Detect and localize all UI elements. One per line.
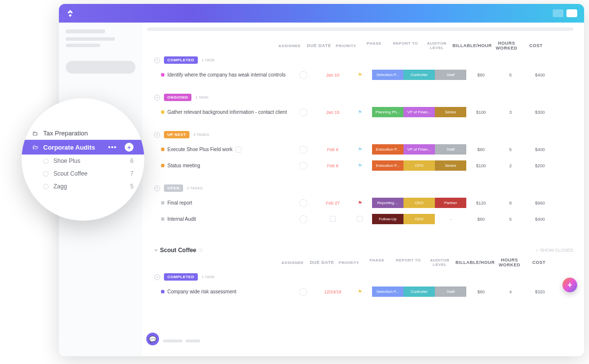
due-date-cell[interactable]: 12/24/19 (318, 289, 348, 294)
hours-cell[interactable]: 3 (496, 110, 525, 115)
tag-phase[interactable]: Execution P... (372, 160, 403, 171)
help-chat-button[interactable]: 💬 (146, 333, 159, 345)
hours-cell[interactable]: 8 (496, 201, 525, 206)
tag-report-to[interactable]: CEO (403, 198, 435, 208)
due-date-cell[interactable]: Jan 10 (318, 73, 348, 78)
hours-cell[interactable]: 5 (496, 147, 525, 152)
hours-cell[interactable]: 4 (496, 289, 525, 294)
list-section-header[interactable]: Scout Coffee ⓘ ✓ SHOW CLOSED (154, 247, 573, 254)
task-row[interactable]: Internal Audit Follow-Up CEO - $80 5 $40… (147, 211, 573, 227)
cost-cell[interactable]: $960 (525, 201, 555, 206)
col-hours[interactable]: HOURS WORKED (492, 41, 521, 51)
collapse-toggle-icon[interactable]: ▾ (154, 185, 160, 191)
tag-auditor-level[interactable]: Staff (435, 70, 466, 80)
col-assignee[interactable]: ASSIGNEE (275, 44, 304, 48)
tag-report-to[interactable]: CEO (403, 214, 435, 224)
priority-flag-icon[interactable]: ⚑ (358, 72, 362, 78)
cost-cell[interactable]: $400 (525, 147, 555, 152)
tag-auditor-level[interactable]: Partner (435, 198, 466, 208)
collapse-toggle-icon[interactable]: ▾ (154, 57, 160, 63)
cost-cell[interactable]: $400 (525, 217, 555, 222)
collapse-toggle-icon[interactable]: ▾ (154, 95, 160, 101)
cost-cell[interactable]: $300 (525, 110, 555, 115)
task-row[interactable]: Status meeting Feb 6 ⚑ Execution P... CF… (147, 157, 573, 174)
list-zagg[interactable]: Zagg 5 (22, 180, 144, 193)
hours-cell[interactable]: 5 (496, 217, 525, 222)
collapse-toggle-icon[interactable]: ▾ (154, 274, 160, 280)
tag-phase[interactable]: Reporting ... (372, 198, 403, 208)
col-phase[interactable]: PHASE (358, 41, 390, 50)
show-closed-toggle[interactable]: ✓ SHOW CLOSED (535, 248, 573, 253)
assignee-placeholder[interactable] (299, 215, 307, 223)
priority-cell[interactable]: ⚑ (348, 72, 372, 78)
tag-auditor-level[interactable]: Senior (435, 160, 466, 171)
cost-cell[interactable]: $400 (525, 73, 555, 78)
task-row[interactable]: Company wide risk assessment 12/24/19 ⚑ … (147, 284, 573, 300)
cost-cell[interactable]: $200 (525, 163, 555, 168)
priority-cell[interactable]: ⚑ (348, 163, 372, 168)
due-date-cell[interactable]: Feb 27 (318, 201, 348, 206)
billable-cell[interactable]: $100 (466, 163, 496, 168)
status-group-header[interactable]: ▾ COMPLETED 1 TASK (154, 56, 573, 64)
priority-flag-icon[interactable]: ⚑ (358, 163, 362, 168)
tag-report-to[interactable]: VP of Finan... (403, 144, 435, 155)
assignee-placeholder[interactable] (299, 199, 307, 207)
due-date-cell[interactable]: Jan 15 (318, 110, 348, 115)
hours-cell[interactable]: 5 (496, 73, 525, 78)
status-pill[interactable]: COMPLETED (164, 56, 198, 64)
status-pill[interactable]: ONGOING (164, 94, 191, 101)
window-button-1[interactable] (553, 9, 563, 17)
billable-cell[interactable]: $120 (466, 201, 496, 206)
assignee-placeholder[interactable] (299, 146, 307, 154)
quick-create-fab[interactable]: + (562, 278, 577, 292)
tag-report-to[interactable]: Controller (403, 70, 435, 80)
task-row[interactable]: Final report Feb 27 ⚑ Reporting ... CEO … (147, 195, 573, 211)
folder-options-icon[interactable]: ••• (108, 143, 117, 151)
status-pill[interactable]: UP NEXT (164, 131, 189, 138)
status-pill[interactable]: OPEN (164, 184, 183, 192)
date-placeholder-icon[interactable] (357, 216, 363, 222)
collapse-toggle-icon[interactable]: ▾ (154, 132, 160, 138)
col-auditor-level[interactable]: AUDITOR LEVEL (421, 41, 453, 50)
col-due-date[interactable]: DUE DATE (304, 43, 334, 48)
priority-flag-icon[interactable]: ⚑ (358, 109, 362, 115)
task-row[interactable]: Execute Shoe Plus Field work Feb 6 ⚑ Exe… (147, 141, 573, 157)
tag-report-to[interactable]: Controller (403, 286, 435, 297)
billable-cell[interactable]: $80 (466, 147, 496, 152)
tag-auditor-level[interactable]: Senior (435, 107, 466, 117)
due-date-cell[interactable]: Feb 6 (318, 147, 348, 152)
task-row[interactable]: Gather relevant background information -… (147, 104, 573, 120)
tag-auditor-level[interactable]: Staff (435, 144, 466, 155)
billable-cell[interactable]: $80 (466, 289, 496, 294)
priority-cell[interactable]: ⚑ (348, 200, 372, 206)
tag-auditor-level[interactable]: Staff (435, 286, 466, 297)
billable-cell[interactable]: $100 (466, 110, 496, 115)
list-scout-coffee[interactable]: Scout Coffee 7 (22, 167, 144, 180)
assignee-placeholder[interactable] (299, 108, 307, 116)
status-group-header[interactable]: ▾ UP NEXT 2 TASKS (154, 131, 573, 138)
subtask-icon[interactable] (236, 147, 241, 153)
assignee-placeholder[interactable] (299, 71, 307, 79)
col-report-to[interactable]: REPORT TO (390, 41, 421, 50)
tag-phase[interactable]: Follow-Up (372, 214, 403, 224)
billable-cell[interactable]: $80 (466, 217, 496, 222)
tag-phase[interactable]: Execution P... (372, 144, 403, 155)
list-shoe-plus[interactable]: Shoe Plus 6 (22, 155, 144, 167)
priority-flag-icon[interactable]: ⚑ (358, 289, 362, 294)
status-group-header[interactable]: ▾ ONGOING 1 TASK (154, 94, 573, 101)
folder-corporate-audits[interactable]: 🗁 Corporate Audits ••• + (22, 140, 144, 155)
priority-flag-icon[interactable]: ⚑ (358, 147, 362, 152)
cost-cell[interactable]: $320 (525, 289, 555, 294)
priority-cell[interactable]: ⚑ (348, 289, 372, 294)
priority-flag-icon[interactable]: ⚑ (358, 200, 362, 206)
tag-phase[interactable]: Selection P... (372, 70, 403, 80)
tag-phase[interactable]: Selection P... (372, 286, 403, 297)
status-group-header[interactable]: ▾ COMPLETED 1 TASK (154, 273, 573, 281)
tag-report-to[interactable]: CFO (403, 160, 435, 171)
folder-tax-preparation[interactable]: 🗀 Tax Preparation (22, 127, 144, 140)
date-placeholder-icon[interactable] (330, 216, 336, 222)
task-row[interactable]: Identify where the company has weak inte… (147, 67, 573, 83)
status-group-header[interactable]: ▾ OPEN 2 TASKS (154, 184, 573, 192)
due-date-cell[interactable] (318, 216, 348, 223)
tag-phase[interactable]: Planning Ph... (372, 107, 403, 117)
